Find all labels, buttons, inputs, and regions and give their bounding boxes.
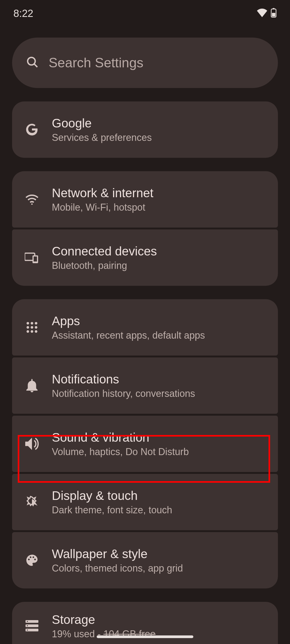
svg-rect-2: [272, 13, 276, 17]
status-bar: 8:22: [0, 0, 290, 27]
wifi-icon: [257, 9, 267, 18]
settings-item-network[interactable]: Network & internet Mobile, Wi-Fi, hotspo…: [12, 171, 278, 228]
item-subtitle: Volume, haptics, Do Not Disturb: [52, 446, 189, 458]
storage-icon: [24, 618, 40, 634]
item-subtitle: Dark theme, font size, touch: [52, 504, 172, 516]
svg-point-5: [31, 203, 32, 205]
volume-icon: [24, 436, 40, 452]
svg-point-21: [27, 621, 28, 622]
svg-point-12: [27, 326, 29, 329]
bell-icon: [24, 378, 40, 394]
item-title: Storage: [52, 612, 155, 627]
item-title: Connected devices: [52, 244, 157, 258]
search-icon: [26, 56, 39, 70]
item-title: Notifications: [52, 372, 195, 386]
brightness-icon: [24, 494, 40, 510]
svg-point-13: [31, 326, 33, 329]
svg-point-23: [27, 630, 28, 631]
palette-icon: [24, 552, 40, 568]
svg-point-22: [27, 625, 28, 626]
svg-point-3: [28, 57, 35, 65]
settings-item-wallpaper[interactable]: Wallpaper & style Colors, themed icons, …: [12, 532, 278, 588]
svg-point-9: [27, 322, 29, 325]
item-subtitle: Mobile, Wi-Fi, hotspot: [52, 202, 153, 213]
item-title: Display & touch: [52, 488, 172, 503]
status-icons: [257, 8, 277, 19]
item-subtitle: Bluetooth, pairing: [52, 260, 157, 271]
settings-item-google[interactable]: Google Services & preferences: [12, 101, 278, 158]
svg-point-16: [31, 330, 33, 333]
item-title: Sound & vibration: [52, 430, 189, 445]
item-title: Google: [52, 116, 152, 130]
apps-icon: [24, 319, 40, 335]
item-subtitle: Services & preferences: [52, 132, 152, 143]
devices-icon: [24, 250, 40, 266]
settings-item-display[interactable]: Display & touch Dark theme, font size, t…: [12, 474, 278, 530]
google-icon: [24, 122, 40, 138]
item-subtitle: Colors, themed icons, app grid: [52, 563, 183, 574]
status-time: 8:22: [13, 8, 33, 19]
search-settings-bar[interactable]: Search Settings: [12, 38, 278, 88]
item-subtitle: Notification history, conversations: [52, 388, 195, 399]
search-placeholder: Search Settings: [49, 55, 143, 71]
settings-item-apps[interactable]: Apps Assistant, recent apps, default app…: [12, 299, 278, 356]
settings-item-notifications[interactable]: Notifications Notification history, conv…: [12, 357, 278, 414]
item-title: Network & internet: [52, 186, 153, 200]
svg-point-11: [35, 322, 38, 325]
svg-point-17: [35, 330, 38, 333]
settings-item-connected-devices[interactable]: Connected devices Bluetooth, pairing: [12, 229, 278, 286]
svg-line-4: [34, 64, 37, 67]
wifi-icon: [24, 191, 40, 207]
svg-point-14: [35, 326, 38, 329]
navigation-handle[interactable]: [97, 635, 193, 638]
item-title: Wallpaper & style: [52, 547, 183, 561]
battery-icon: [271, 8, 277, 19]
svg-rect-1: [273, 8, 274, 9]
item-subtitle: Assistant, recent apps, default apps: [52, 330, 205, 341]
item-title: Apps: [52, 314, 205, 328]
svg-point-10: [31, 322, 33, 325]
svg-rect-8: [34, 257, 37, 262]
settings-item-sound[interactable]: Sound & vibration Volume, haptics, Do No…: [12, 416, 278, 472]
svg-point-15: [27, 330, 29, 333]
